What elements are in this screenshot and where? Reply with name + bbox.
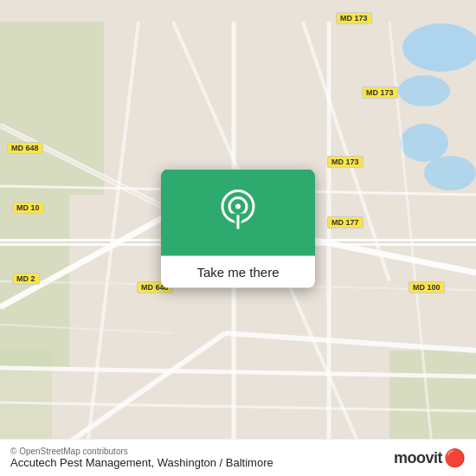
svg-point-5: [398, 75, 450, 106]
moovit-logo: moovit 🔴: [394, 447, 466, 468]
take-me-there-button[interactable]: Take me there: [161, 256, 315, 288]
location-title: Accutech Pest Management, Washington / B…: [10, 456, 273, 469]
road-label-md100: MD 100: [408, 281, 445, 293]
bottom-bar-info: © OpenStreetMap contributors Accutech Pe…: [10, 447, 273, 469]
road-label-md648-1: MD 648: [7, 142, 43, 154]
svg-point-4: [402, 23, 476, 72]
bottom-bar: © OpenStreetMap contributors Accutech Pe…: [0, 439, 476, 476]
road-label-md10: MD 10: [12, 202, 44, 214]
svg-point-29: [235, 204, 241, 209]
svg-point-7: [424, 156, 476, 190]
moovit-text: moovit: [394, 449, 442, 467]
location-popup: Take me there: [161, 170, 315, 288]
road-label-md173-3: MD 173: [327, 156, 363, 168]
svg-point-6: [400, 124, 448, 162]
road-label-md2: MD 2: [12, 273, 40, 285]
moovit-dot-icon: 🔴: [444, 447, 466, 468]
location-pin-icon: [219, 190, 257, 236]
road-label-md177: MD 177: [327, 216, 363, 228]
popup-header: [161, 170, 315, 256]
map-container: MD 173 MD 173 MD 173 MD 648 MD 10 MD 177…: [0, 0, 476, 476]
svg-line-21: [225, 333, 476, 351]
road-label-md173-2: MD 173: [362, 87, 398, 99]
road-label-md173-1: MD 173: [336, 12, 372, 24]
svg-line-20: [52, 333, 225, 454]
copyright-text: © OpenStreetMap contributors: [10, 447, 273, 456]
